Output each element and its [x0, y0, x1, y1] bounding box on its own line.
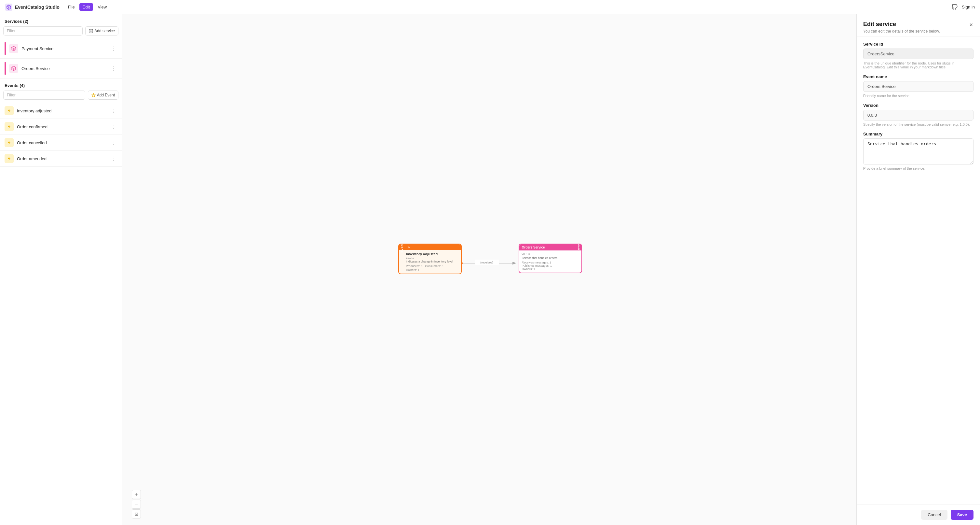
sidebar-item-inventory-adjusted[interactable]: Inventory adjusted ⋮ — [0, 103, 122, 119]
event-node-title: Inventory adjusted — [406, 252, 458, 256]
events-header: Events (4) — [0, 78, 122, 91]
version-label: Version — [863, 103, 974, 108]
service-vert-label: SERVICE — [576, 244, 581, 251]
version-input[interactable] — [863, 110, 974, 121]
events-filter-input[interactable] — [3, 91, 85, 100]
order-cancelled-label: Order cancelled — [17, 140, 109, 145]
add-event-icon — [91, 93, 95, 97]
summary-group: Summary Provide a brief summary of the s… — [863, 132, 974, 170]
service-node-receives: Receives messages: 1 — [522, 261, 574, 264]
service-node-orders: Orders Service SERVICE v0.0.3 Service th… — [519, 244, 582, 273]
edit-panel-footer: Cancel Save — [857, 504, 980, 525]
add-service-icon — [89, 29, 93, 33]
canvas-inner: EVENT Inventory adjusted v1.0.1 Indicate… — [122, 14, 856, 525]
sidebar: Services (2) Add service Payment Service… — [0, 14, 122, 525]
order-cancelled-more[interactable]: ⋮ — [109, 139, 117, 147]
event-icon-cancelled — [5, 138, 14, 147]
event-name-hint: Friendly name for the service — [863, 94, 974, 98]
event-bolt-icon — [407, 246, 410, 249]
logo-icon — [5, 3, 12, 11]
service-node-header: Orders Service SERVICE — [519, 244, 581, 251]
nav-edit[interactable]: Edit — [80, 3, 93, 11]
app-logo: EventCatalog Studio — [5, 3, 60, 11]
payment-service-more[interactable]: ⋮ — [109, 45, 117, 53]
topbar-nav: File Edit View — [65, 3, 110, 11]
event-icon-inventory — [5, 106, 14, 115]
event-name-input[interactable] — [863, 81, 974, 92]
zoom-out-button[interactable]: − — [132, 499, 141, 509]
event-icon-confirmed — [5, 122, 14, 131]
payment-service-label: Payment Service — [21, 46, 109, 51]
cancel-button[interactable]: Cancel — [921, 510, 947, 520]
services-filter-input[interactable] — [3, 26, 83, 35]
service-id-input[interactable] — [863, 48, 974, 59]
flow-arrow: (receives) — [462, 257, 520, 270]
event-producers: Producers: 0 — [406, 265, 423, 268]
order-confirmed-label: Order confirmed — [17, 124, 109, 129]
service-icon-orders — [9, 64, 18, 73]
orders-service-label: Orders Service — [21, 66, 109, 71]
canvas[interactable]: EVENT Inventory adjusted v1.0.1 Indicate… — [122, 14, 856, 525]
inventory-adjusted-more[interactable]: ⋮ — [109, 107, 117, 115]
service-node-desc: Service that handles orders — [522, 256, 574, 260]
service-id-hint: This is the unique identifier for the no… — [863, 61, 974, 69]
canvas-controls: + − ⊡ — [132, 490, 141, 519]
edit-panel-close-button[interactable]: × — [969, 21, 974, 29]
bolt-icon-inventory — [7, 109, 11, 113]
inventory-adjusted-label: Inventory adjusted — [17, 109, 109, 113]
service-id-label: Service Id — [863, 41, 974, 46]
add-service-button[interactable]: Add service — [85, 26, 118, 35]
bolt-icon-confirmed — [7, 124, 11, 129]
service-icon-payment — [9, 44, 18, 53]
version-hint: Specify the version of the service (must… — [863, 123, 974, 126]
service-node-version: v0.0.3 — [522, 252, 574, 256]
flow-diagram: EVENT Inventory adjusted v1.0.1 Indicate… — [398, 234, 581, 305]
sidebar-item-order-confirmed[interactable]: Order confirmed ⋮ — [0, 119, 122, 135]
app-name: EventCatalog Studio — [15, 5, 60, 10]
layers-icon-payment — [11, 46, 16, 51]
order-amended-more[interactable]: ⋮ — [109, 155, 117, 163]
sidebar-item-order-cancelled[interactable]: Order cancelled ⋮ — [0, 135, 122, 151]
fit-button[interactable]: ⊡ — [132, 509, 141, 519]
event-vert-label: EVENT — [399, 244, 405, 250]
summary-textarea[interactable] — [863, 139, 974, 164]
nav-view[interactable]: View — [94, 3, 110, 11]
zoom-in-button[interactable]: + — [132, 490, 141, 499]
sidebar-item-order-amended[interactable]: Order amended ⋮ — [0, 151, 122, 167]
service-node-publishes: Publishes messages: 1 — [522, 264, 574, 267]
services-filter-row: Add service — [0, 26, 122, 39]
sidebar-item-orders-service[interactable]: Orders Service ⋮ — [0, 59, 122, 78]
summary-hint: Provide a brief summary of the service. — [863, 166, 974, 170]
order-amended-label: Order amended — [17, 156, 109, 161]
edit-panel-subtitle: You can edit the details of the service … — [863, 29, 940, 34]
service-id-group: Service Id This is the unique identifier… — [863, 41, 974, 69]
event-name-label: Event name — [863, 74, 974, 79]
topbar: EventCatalog Studio File Edit View Sign … — [0, 0, 980, 14]
events-filter-row: Add Event — [0, 91, 122, 103]
version-group: Version Specify the version of the servi… — [863, 103, 974, 126]
edit-panel: Edit service You can edit the details of… — [856, 14, 980, 525]
edit-panel-header: Edit service You can edit the details of… — [857, 14, 980, 37]
event-node-version: v1.0.1 — [406, 256, 458, 259]
event-name-group: Event name Friendly name for the service — [863, 74, 974, 98]
github-icon — [951, 4, 958, 10]
orders-service-more[interactable]: ⋮ — [109, 65, 117, 72]
nav-file[interactable]: File — [65, 3, 78, 11]
bolt-icon-cancelled — [7, 140, 11, 145]
save-button[interactable]: Save — [951, 510, 974, 520]
sidebar-item-payment-service[interactable]: Payment Service ⋮ — [0, 39, 122, 59]
svg-text:(receives): (receives) — [480, 261, 493, 264]
event-node-owners: Owners: 1 — [406, 268, 458, 271]
edit-panel-body: Service Id This is the unique identifier… — [857, 37, 980, 176]
order-confirmed-more[interactable]: ⋮ — [109, 123, 117, 131]
sign-in-button[interactable]: Sign in — [962, 5, 975, 10]
event-node-stats: Producers: 0 Consumers: 0 — [406, 265, 458, 268]
service-bar-payment — [5, 42, 6, 55]
add-event-button[interactable]: Add Event — [88, 91, 118, 100]
svg-point-6 — [462, 262, 463, 264]
event-consumers: Consumers: 0 — [425, 265, 444, 268]
edit-panel-header-text: Edit service You can edit the details of… — [863, 21, 940, 34]
service-node-title-header: Orders Service — [522, 246, 545, 249]
event-node-header: EVENT — [399, 244, 461, 250]
svg-rect-4 — [475, 260, 499, 265]
